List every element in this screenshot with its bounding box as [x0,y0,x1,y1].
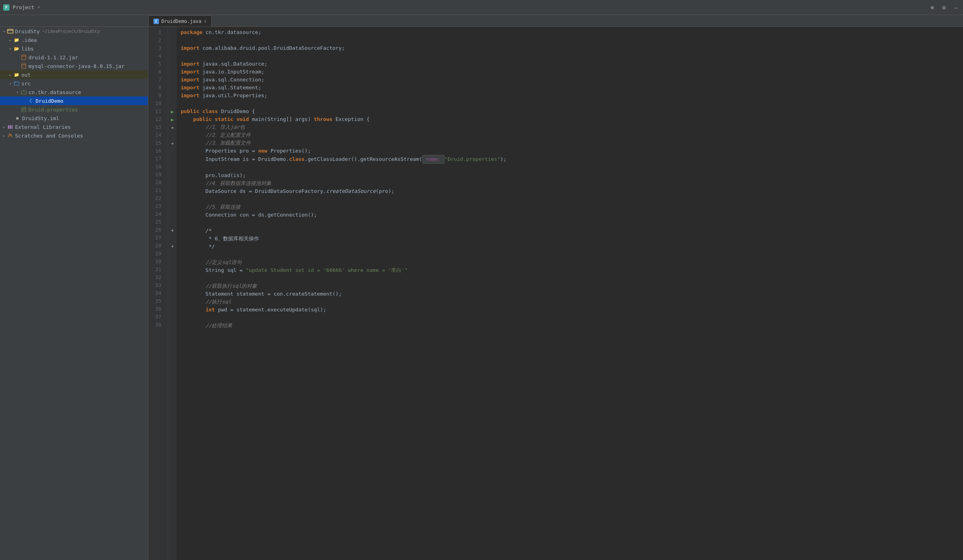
code-line: import java.sql.Statement; [181,84,963,92]
code-line: int pwd = statement.executeUpdate(sql); [181,306,963,314]
code-line [181,52,963,60]
code-line: //1、导入jar包 [181,123,963,131]
svg-rect-9 [21,91,26,94]
line-number: 4 [148,52,165,60]
editor-area: 1234567891011121314151617181920212223242… [148,27,963,560]
sidebar-item-mysql-jar[interactable]: mysql-connector-java-8.0.15.jar [0,62,148,70]
code-line: InputStream is = DruidDemo.class.getClas… [181,155,963,164]
line-number: 21 [148,187,165,194]
title-bar-actions: ⊕ ⚙ — [928,4,960,11]
sidebar-item-druidSty[interactable]: DruidSty ~/ideaProject/DruidSty [0,27,148,36]
sidebar-label: Druid.properties [28,107,78,113]
sidebar-item-out[interactable]: 📁 out [0,70,148,79]
sidebar-label: .idea [21,37,37,43]
chevron-down-icon[interactable]: ▾ [38,5,40,10]
sidebar-item-druiddemo[interactable]: C DruidDemo [0,96,148,105]
line-number: 13 [148,123,165,131]
sidebar-label: libs [21,46,34,52]
sidebar-label: DruidDemo [36,98,63,104]
line-number: 24 [148,210,165,218]
folder-icon: 📁 [13,72,20,78]
gutter-item [168,194,177,202]
title-bar: P Project ▾ ⊕ ⚙ — [0,0,963,15]
code-line: /* [181,227,963,235]
svg-rect-2 [8,29,13,33]
gutter-item [168,131,177,139]
code-line: //5、获取连接 [181,203,963,211]
arrow-icon [7,80,13,87]
settings-icon[interactable]: ⚙ [940,4,948,11]
sidebar-label: External Libraries [15,124,71,130]
tab-close-icon[interactable]: × [204,19,206,24]
code-line: import com.alibaba.druid.pool.DruidDataS… [181,44,963,52]
gutter-item: ◆ [168,123,177,131]
code-line: import java.util.Properties; [181,92,963,100]
arrow-icon [7,37,13,43]
sidebar-item-druidprops[interactable]: Druid.properties [0,105,148,114]
arrow-icon [7,45,13,52]
code-line: //2、定义配置文件 [181,131,963,139]
sidebar-item-libs[interactable]: 📂 libs [0,44,148,53]
sidebar-label: out [21,72,30,78]
svg-text:P: P [5,6,8,9]
sidebar-item-druid-jar[interactable]: druid-1.1.12.jar [0,53,148,62]
line-number: 20 [148,179,165,187]
line-number: 28 [148,242,165,250]
sidebar-item-src[interactable]: src [0,79,148,88]
title-bar-left: P Project ▾ [3,4,40,11]
sidebar-item-extlibs[interactable]: External Libraries [0,123,148,131]
line-number: 8 [148,84,165,92]
sidebar-label: src [21,81,30,87]
line-number: 15 [148,139,165,147]
code-line: public static void main(String[] args) t… [181,115,963,123]
sidebar-item-scratches[interactable]: Scratches and Consoles [0,131,148,140]
code-line [181,219,963,227]
scratch-icon [7,132,13,139]
line-number: 3 [148,44,165,52]
gutter-item [168,281,177,289]
sidebar-item-iml[interactable]: ■ DruidSty.iml [0,114,148,123]
gutter-item: ◆ [168,139,177,147]
empty-arrow [21,98,28,104]
globe-icon[interactable]: ⊕ [928,4,936,11]
svg-rect-6 [22,64,26,68]
line-number: 27 [148,234,165,242]
code-line: package cn.tkr.datasource; [181,28,963,36]
code-line: Connection con = ds.getConnection(); [181,211,963,219]
gutter-item [168,84,177,92]
main-area: DruidSty ~/ideaProject/DruidSty 📁 .idea … [0,27,963,560]
gutter-item: ◆ [168,242,177,250]
gutter-item: ▶ [168,115,177,123]
sidebar-item-idea[interactable]: 📁 .idea [0,36,148,44]
sidebar: DruidSty ~/ideaProject/DruidSty 📁 .idea … [0,27,148,560]
gutter: ▶▶◆◆◆◆ [168,27,177,560]
sidebar-item-package[interactable]: cn.tkr.datasource [0,88,148,96]
arrow-icon [1,28,7,34]
gutter-item [168,92,177,100]
gutter-item [168,147,177,155]
tab-druiddemo[interactable]: C DruidDemo.java × [148,15,212,26]
gutter-item [168,155,177,163]
arrow-icon [1,124,7,130]
gutter-item [168,313,177,321]
gutter-item [168,273,177,281]
line-number: 31 [148,266,165,273]
code-area[interactable]: package cn.tkr.datasource;import com.ali… [177,27,963,560]
jar-icon [21,63,27,69]
empty-arrow [8,115,14,121]
code-line: import java.io.InputStream; [181,68,963,76]
sidebar-label: Scratches and Consoles [15,133,83,139]
code-line [181,274,963,282]
code-line [181,251,963,258]
arrow-icon [7,72,13,78]
line-number: 5 [148,60,165,68]
code-line [181,195,963,203]
project-icon: P [3,4,9,11]
svg-rect-16 [12,125,13,129]
minimize-icon[interactable]: — [952,4,960,11]
gutter-item [168,76,177,84]
line-number: 19 [148,171,165,179]
line-number: 16 [148,147,165,155]
project-path: ~/ideaProject/DruidSty [42,29,100,34]
code-line [181,100,963,107]
